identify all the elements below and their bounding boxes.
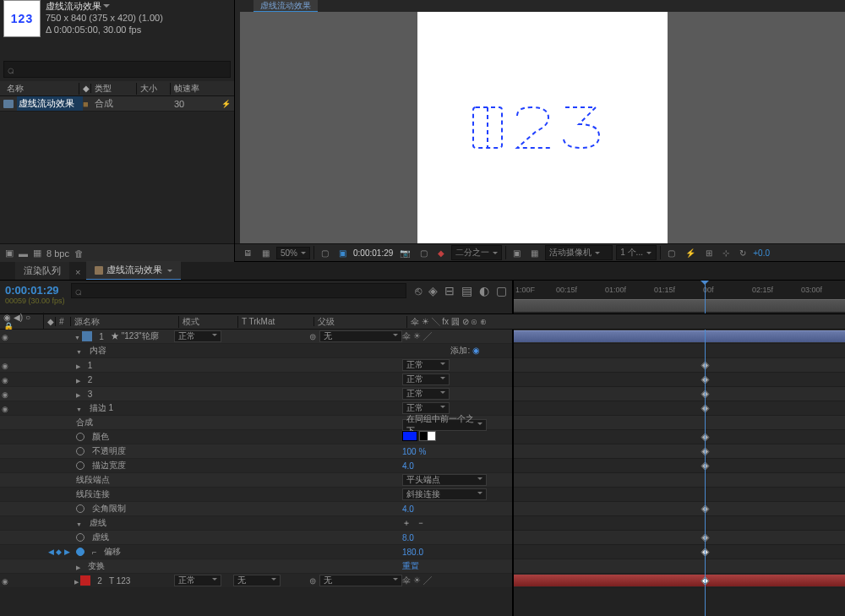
stopwatch-icon[interactable] — [76, 433, 84, 441]
line-cap-select[interactable]: 平头端点 — [402, 474, 487, 486]
composition-canvas[interactable] — [417, 12, 668, 243]
stopwatch-icon[interactable] — [76, 504, 84, 513]
roi-icon[interactable]: ▣ — [510, 247, 524, 259]
timeline-btn-icon[interactable]: ⊞ — [702, 247, 716, 259]
prop-opacity[interactable]: 不透明度100 % — [0, 444, 512, 459]
camera-select[interactable]: 活动摄像机 — [545, 245, 613, 260]
timeline-column-headers[interactable]: ◉ ◀) ○ 🔒 ◆ # 源名称 模式 T TrkMat 父级 伞 ☀ ╲ fx… — [0, 314, 845, 330]
resolution-select[interactable]: 二分之一 — [451, 245, 502, 260]
expand-toggle[interactable] — [74, 576, 79, 586]
layer-row-1[interactable]: 1 ★ "123"轮廓 正常 ⊚无 伞 ☀ ╱ — [0, 330, 512, 344]
prop-transform[interactable]: 变换重置 — [0, 559, 512, 574]
stopwatch-icon[interactable] — [76, 447, 84, 455]
reset-exp-icon[interactable]: ↻ — [736, 247, 750, 259]
folder-icon[interactable]: ▬ — [19, 248, 28, 259]
offset-value[interactable]: 180.0 — [402, 548, 512, 557]
layer-row-2[interactable]: 2 T 123 正常 无 ⊚无 伞 ☀ ╱ — [0, 574, 512, 588]
timeline-search-input[interactable] — [71, 283, 406, 298]
project-item-row[interactable]: 虚线流动效果 ■ 合成 30 ⚡ — [0, 96, 234, 112]
mode-select[interactable]: 正常 — [402, 388, 450, 400]
layer-2-bar[interactable] — [514, 575, 845, 586]
opacity-value[interactable]: 100 % — [402, 447, 512, 456]
frame-display[interactable]: 00059 (30.00 fps) — [5, 297, 66, 305]
views-select[interactable]: 1 个... — [616, 245, 657, 260]
new-comp-icon[interactable]: ▦ — [33, 248, 41, 259]
prop-group-3[interactable]: 3正常 — [0, 387, 512, 401]
dash-value[interactable]: 8.0 — [402, 533, 512, 542]
playhead-line[interactable] — [705, 330, 706, 616]
visibility-toggle[interactable] — [2, 332, 8, 341]
prop-dash[interactable]: 虚线8.0 — [0, 531, 512, 545]
stopwatch-icon[interactable] — [76, 461, 84, 470]
stroke-width-value[interactable]: 4.0 — [402, 461, 512, 471]
interpret-icon[interactable]: ▣ — [5, 248, 14, 259]
trkmat-select[interactable]: 无 — [233, 575, 281, 586]
fast-preview-icon[interactable]: ⚡ — [682, 247, 699, 259]
timeline-tracks[interactable] — [512, 330, 845, 616]
prop-composite[interactable]: 合成在同组中前一个之下 — [0, 416, 512, 430]
stopwatch-on-icon[interactable] — [76, 548, 84, 556]
blend-mode-select[interactable]: 正常 — [174, 575, 221, 586]
mode-select[interactable]: 正常 — [402, 402, 450, 414]
frame-blend-icon[interactable]: ▤ — [461, 284, 472, 297]
flowchart-icon[interactable]: ⊹ — [719, 247, 733, 259]
prop-miter[interactable]: 尖角限制4.0 — [0, 502, 512, 516]
mode-select[interactable]: 正常 — [402, 359, 450, 371]
tab-render-queue[interactable]: 渲染队列 — [15, 262, 69, 280]
layer-1-bar[interactable] — [514, 330, 845, 342]
miter-value[interactable]: 4.0 — [402, 504, 512, 514]
parent-select[interactable]: 无 — [319, 330, 402, 342]
transparency-icon[interactable]: ▦ — [527, 247, 542, 259]
pixel-aspect-icon[interactable]: ▢ — [664, 247, 679, 259]
exposure-value[interactable]: +0.0 — [753, 248, 770, 258]
expand-toggle[interactable] — [76, 346, 82, 356]
visibility-toggle[interactable] — [2, 576, 8, 586]
close-tab-icon[interactable]: × — [73, 264, 83, 280]
graph-editor-icon[interactable]: ▢ — [496, 284, 507, 297]
comp-thumbnail[interactable]: 123 — [3, 0, 41, 37]
color-mgmt-icon[interactable]: ◆ — [434, 247, 448, 259]
project-search-input[interactable] — [3, 61, 231, 78]
prop-group-1[interactable]: 1正常 — [0, 358, 512, 373]
prop-line-cap[interactable]: 线段端点平头端点 — [0, 473, 512, 488]
blend-mode-select[interactable]: 正常 — [174, 330, 221, 342]
stopwatch-icon[interactable] — [76, 533, 84, 542]
viewer-tab[interactable]: 虚线流动效果 — [254, 0, 318, 13]
parent-select[interactable]: 无 — [319, 575, 402, 586]
comp-name-title[interactable]: 虚线流动效果 — [46, 0, 163, 12]
mode-select[interactable]: 正常 — [402, 373, 450, 385]
composition-viewer[interactable] — [240, 12, 845, 243]
keyframe-nav[interactable]: ◀ ◆ ▶ — [44, 548, 74, 556]
comp-mini-flowchart-icon[interactable]: ⎋ — [415, 284, 422, 297]
grid-icon[interactable]: ▦ — [259, 247, 273, 259]
current-time[interactable]: 0:00:01:29 — [353, 248, 393, 258]
prop-contents[interactable]: 内容 添加: ◉ — [0, 344, 512, 358]
zoom-select[interactable]: 50% — [276, 247, 310, 259]
snapshot-icon[interactable]: 📷 — [396, 247, 413, 259]
show-snapshot-icon[interactable]: ▢ — [417, 247, 431, 259]
hide-shy-icon[interactable]: ⊟ — [444, 284, 455, 297]
prop-group-2[interactable]: 2正常 — [0, 373, 512, 387]
prop-color[interactable]: 颜色 — [0, 430, 512, 444]
prop-stroke-width[interactable]: 描边宽度4.0 — [0, 459, 512, 473]
mask-icon[interactable]: ▣ — [335, 247, 350, 259]
reset-button[interactable]: 重置 — [402, 560, 512, 572]
bpc-label[interactable]: 8 bpc — [46, 248, 69, 259]
motion-blur-icon[interactable]: ◐ — [479, 284, 489, 297]
prop-line-join[interactable]: 线段连接斜接连接 — [0, 488, 512, 502]
expand-toggle[interactable] — [74, 332, 80, 341]
eyedropper-icon[interactable] — [419, 431, 436, 441]
current-timecode[interactable]: 0:00:01:29 — [5, 284, 66, 297]
display-icon[interactable]: 🖥 — [240, 247, 255, 259]
project-column-headers[interactable]: 名称 ◆ 类型 大小 帧速率 — [0, 81, 234, 96]
add-dash-button[interactable]: ＋ － — [402, 518, 427, 527]
color-swatch[interactable] — [402, 431, 417, 441]
prop-dashes[interactable]: 虚线＋ － — [0, 516, 512, 531]
line-join-select[interactable]: 斜接连接 — [402, 488, 487, 500]
add-content-button[interactable]: ◉ — [472, 346, 480, 355]
full-icon[interactable]: ▢ — [318, 247, 332, 259]
trash-icon[interactable]: 🗑 — [74, 248, 84, 259]
time-ruler[interactable]: 1:00F 00:15f 01:00f 01:15f 00f 02:15f 03… — [512, 281, 845, 313]
draft3d-icon[interactable]: ◈ — [428, 284, 438, 297]
composite-select[interactable]: 在同组中前一个之下 — [402, 419, 487, 431]
